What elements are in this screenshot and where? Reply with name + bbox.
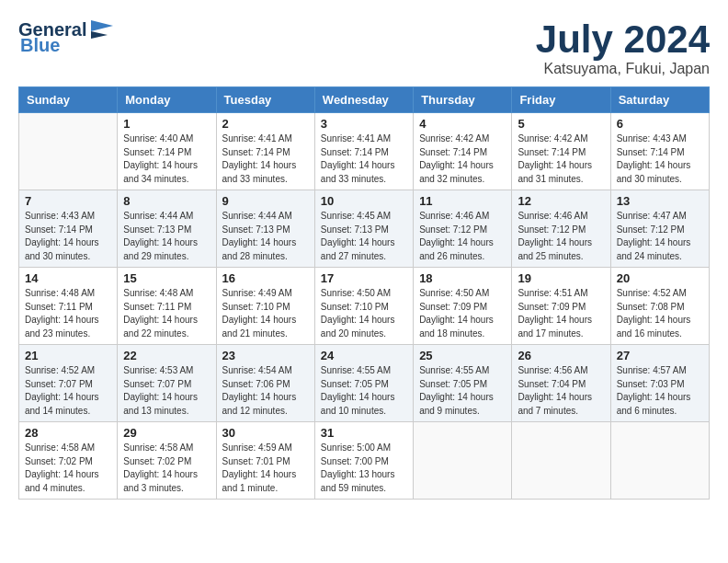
- day-info: Sunrise: 4:55 AM Sunset: 7:05 PM Dayligh…: [321, 364, 407, 418]
- month-title: July 2024: [536, 18, 710, 61]
- day-number: 20: [617, 271, 703, 285]
- calendar-cell: 26Sunrise: 4:56 AM Sunset: 7:04 PM Dayli…: [512, 345, 610, 422]
- calendar-cell: 17Sunrise: 4:50 AM Sunset: 7:10 PM Dayli…: [314, 268, 413, 345]
- calendar-cell: 31Sunrise: 5:00 AM Sunset: 7:00 PM Dayli…: [314, 422, 413, 500]
- calendar-cell: [512, 422, 610, 500]
- location-text: Katsuyama, Fukui, Japan: [536, 61, 710, 77]
- calendar-cell: [414, 422, 512, 500]
- calendar-cell: 11Sunrise: 4:46 AM Sunset: 7:12 PM Dayli…: [414, 190, 512, 268]
- calendar-cell: 5Sunrise: 4:42 AM Sunset: 7:14 PM Daylig…: [512, 113, 610, 190]
- day-info: Sunrise: 4:40 AM Sunset: 7:14 PM Dayligh…: [123, 132, 210, 186]
- col-header-sunday: Sunday: [19, 87, 118, 113]
- calendar-cell: [610, 422, 709, 500]
- day-info: Sunrise: 4:46 AM Sunset: 7:12 PM Dayligh…: [419, 210, 506, 263]
- calendar-cell: 24Sunrise: 4:55 AM Sunset: 7:05 PM Dayli…: [314, 345, 413, 422]
- calendar-body: 1Sunrise: 4:40 AM Sunset: 7:14 PM Daylig…: [19, 113, 710, 500]
- calendar-cell: 14Sunrise: 4:48 AM Sunset: 7:11 PM Dayli…: [19, 268, 118, 345]
- day-number: 15: [123, 271, 210, 285]
- calendar-cell: 1Sunrise: 4:40 AM Sunset: 7:14 PM Daylig…: [118, 113, 216, 190]
- day-number: 7: [25, 194, 111, 208]
- calendar-week-3: 14Sunrise: 4:48 AM Sunset: 7:11 PM Dayli…: [19, 268, 710, 345]
- day-info: Sunrise: 4:59 AM Sunset: 7:01 PM Dayligh…: [222, 442, 309, 495]
- calendar-cell: 21Sunrise: 4:52 AM Sunset: 7:07 PM Dayli…: [19, 345, 118, 422]
- day-info: Sunrise: 4:48 AM Sunset: 7:11 PM Dayligh…: [123, 287, 210, 340]
- calendar-cell: 27Sunrise: 4:57 AM Sunset: 7:03 PM Dayli…: [610, 345, 709, 422]
- calendar-cell: 18Sunrise: 4:50 AM Sunset: 7:09 PM Dayli…: [414, 268, 512, 345]
- day-info: Sunrise: 4:41 AM Sunset: 7:14 PM Dayligh…: [321, 132, 407, 186]
- page-header: General Blue July 2024 Katsuyama, Fukui,…: [18, 18, 710, 77]
- col-header-monday: Monday: [118, 87, 216, 113]
- day-number: 30: [222, 426, 309, 440]
- calendar-cell: 16Sunrise: 4:49 AM Sunset: 7:10 PM Dayli…: [216, 268, 314, 345]
- day-number: 21: [25, 349, 111, 362]
- calendar-cell: 29Sunrise: 4:58 AM Sunset: 7:02 PM Dayli…: [118, 422, 216, 500]
- day-info: Sunrise: 4:53 AM Sunset: 7:07 PM Dayligh…: [123, 364, 210, 418]
- day-info: Sunrise: 4:54 AM Sunset: 7:06 PM Dayligh…: [222, 364, 309, 418]
- day-number: 8: [123, 194, 210, 208]
- day-info: Sunrise: 4:42 AM Sunset: 7:14 PM Dayligh…: [419, 132, 506, 186]
- day-number: 17: [321, 271, 407, 285]
- logo-flag-icon: [87, 18, 117, 40]
- day-info: Sunrise: 4:58 AM Sunset: 7:02 PM Dayligh…: [123, 442, 210, 495]
- day-number: 2: [222, 117, 309, 131]
- calendar-week-1: 1Sunrise: 4:40 AM Sunset: 7:14 PM Daylig…: [19, 113, 710, 190]
- day-info: Sunrise: 4:44 AM Sunset: 7:13 PM Dayligh…: [222, 210, 309, 263]
- calendar-cell: 10Sunrise: 4:45 AM Sunset: 7:13 PM Dayli…: [314, 190, 413, 268]
- day-info: Sunrise: 4:42 AM Sunset: 7:14 PM Dayligh…: [518, 132, 604, 186]
- calendar-cell: 6Sunrise: 4:43 AM Sunset: 7:14 PM Daylig…: [610, 113, 709, 190]
- day-info: Sunrise: 5:00 AM Sunset: 7:00 PM Dayligh…: [321, 442, 407, 495]
- day-number: 6: [617, 117, 703, 131]
- calendar-cell: [19, 113, 118, 190]
- logo-blue-text: Blue: [20, 35, 60, 56]
- day-number: 22: [123, 349, 210, 362]
- calendar-cell: 7Sunrise: 4:43 AM Sunset: 7:14 PM Daylig…: [19, 190, 118, 268]
- calendar-cell: 8Sunrise: 4:44 AM Sunset: 7:13 PM Daylig…: [118, 190, 216, 268]
- col-header-tuesday: Tuesday: [216, 87, 314, 113]
- calendar-table: SundayMondayTuesdayWednesdayThursdayFrid…: [18, 86, 710, 500]
- calendar-cell: 30Sunrise: 4:59 AM Sunset: 7:01 PM Dayli…: [216, 422, 314, 500]
- col-header-thursday: Thursday: [414, 87, 512, 113]
- day-number: 31: [321, 426, 407, 440]
- day-info: Sunrise: 4:58 AM Sunset: 7:02 PM Dayligh…: [25, 442, 111, 495]
- day-number: 25: [419, 349, 506, 362]
- day-info: Sunrise: 4:48 AM Sunset: 7:11 PM Dayligh…: [25, 287, 111, 340]
- day-info: Sunrise: 4:44 AM Sunset: 7:13 PM Dayligh…: [123, 210, 210, 263]
- calendar-cell: 4Sunrise: 4:42 AM Sunset: 7:14 PM Daylig…: [414, 113, 512, 190]
- day-number: 26: [518, 349, 604, 362]
- calendar-week-2: 7Sunrise: 4:43 AM Sunset: 7:14 PM Daylig…: [19, 190, 710, 268]
- day-info: Sunrise: 4:45 AM Sunset: 7:13 PM Dayligh…: [321, 210, 407, 263]
- day-info: Sunrise: 4:41 AM Sunset: 7:14 PM Dayligh…: [222, 132, 309, 186]
- day-info: Sunrise: 4:57 AM Sunset: 7:03 PM Dayligh…: [617, 364, 703, 418]
- day-info: Sunrise: 4:52 AM Sunset: 7:07 PM Dayligh…: [25, 364, 111, 418]
- day-number: 28: [25, 426, 111, 440]
- day-number: 14: [25, 271, 111, 285]
- day-info: Sunrise: 4:50 AM Sunset: 7:10 PM Dayligh…: [321, 287, 407, 340]
- day-number: 5: [518, 117, 604, 131]
- calendar-cell: 15Sunrise: 4:48 AM Sunset: 7:11 PM Dayli…: [118, 268, 216, 345]
- col-header-wednesday: Wednesday: [314, 87, 413, 113]
- calendar-week-5: 28Sunrise: 4:58 AM Sunset: 7:02 PM Dayli…: [19, 422, 710, 500]
- day-info: Sunrise: 4:43 AM Sunset: 7:14 PM Dayligh…: [617, 132, 703, 186]
- calendar-cell: 23Sunrise: 4:54 AM Sunset: 7:06 PM Dayli…: [216, 345, 314, 422]
- calendar-cell: 9Sunrise: 4:44 AM Sunset: 7:13 PM Daylig…: [216, 190, 314, 268]
- day-info: Sunrise: 4:55 AM Sunset: 7:05 PM Dayligh…: [419, 364, 506, 418]
- day-info: Sunrise: 4:56 AM Sunset: 7:04 PM Dayligh…: [518, 364, 604, 418]
- svg-marker-1: [91, 31, 108, 39]
- logo: General Blue: [18, 18, 118, 56]
- day-info: Sunrise: 4:50 AM Sunset: 7:09 PM Dayligh…: [419, 287, 506, 340]
- day-number: 27: [617, 349, 703, 362]
- day-info: Sunrise: 4:49 AM Sunset: 7:10 PM Dayligh…: [222, 287, 309, 340]
- col-header-friday: Friday: [512, 87, 610, 113]
- day-number: 3: [321, 117, 407, 131]
- calendar-cell: 22Sunrise: 4:53 AM Sunset: 7:07 PM Dayli…: [118, 345, 216, 422]
- calendar-cell: 19Sunrise: 4:51 AM Sunset: 7:09 PM Dayli…: [512, 268, 610, 345]
- calendar-cell: 2Sunrise: 4:41 AM Sunset: 7:14 PM Daylig…: [216, 113, 314, 190]
- calendar-cell: 3Sunrise: 4:41 AM Sunset: 7:14 PM Daylig…: [314, 113, 413, 190]
- day-number: 4: [419, 117, 506, 131]
- day-number: 9: [222, 194, 309, 208]
- day-number: 11: [419, 194, 506, 208]
- day-number: 12: [518, 194, 604, 208]
- calendar-cell: 25Sunrise: 4:55 AM Sunset: 7:05 PM Dayli…: [414, 345, 512, 422]
- day-info: Sunrise: 4:46 AM Sunset: 7:12 PM Dayligh…: [518, 210, 604, 263]
- day-number: 23: [222, 349, 309, 362]
